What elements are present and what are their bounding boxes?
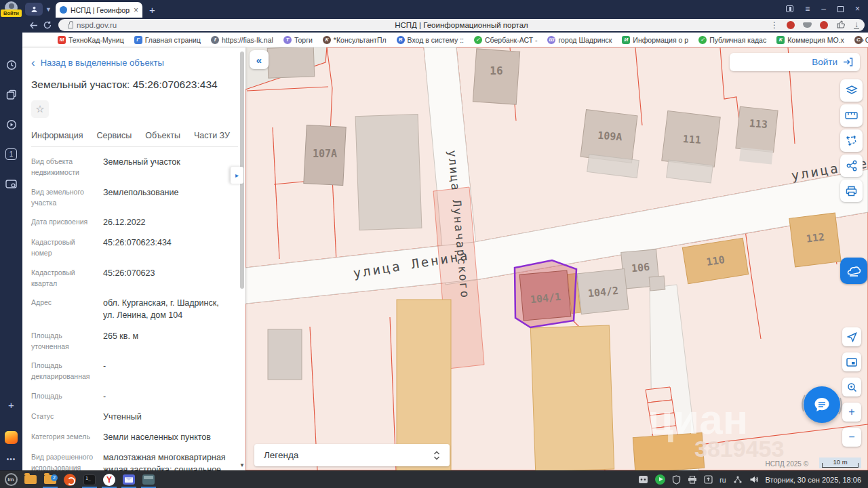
bookmark-item[interactable]: К*КонсультантПл xyxy=(323,36,387,44)
bookmark-item[interactable]: fhttps://fias-lk.nal xyxy=(211,36,273,44)
mail-app-icon[interactable] xyxy=(120,472,138,488)
locate-button[interactable] xyxy=(842,327,861,346)
search-object-button[interactable] xyxy=(842,378,861,396)
menu-button[interactable]: lm xyxy=(2,472,20,488)
window-app-icon[interactable] xyxy=(140,472,157,488)
field-row: Категория земель Земли населенных пункто… xyxy=(31,431,229,443)
alice-icon[interactable]: 1 xyxy=(5,148,18,161)
bookmark-item[interactable]: ИИнформация о р xyxy=(622,36,688,44)
taskbar-clock[interactable]: Вторник, 30 сен 2025, 18:06 xyxy=(766,476,861,484)
chevron-down-icon[interactable]: ▼ xyxy=(45,6,52,13)
lock-icon[interactable] xyxy=(68,24,73,28)
tab-favicon xyxy=(60,6,67,14)
scale-bar: 10 m xyxy=(819,458,861,468)
bookmark-item[interactable]: ✓Сбербанк-АСТ - xyxy=(474,36,538,44)
close-icon[interactable]: × xyxy=(855,4,860,14)
bookmark-favicon: Т xyxy=(283,36,292,44)
back-to-selected-link[interactable]: ‹Назад в выделенные объекты xyxy=(31,57,229,68)
panel-scrollbar[interactable] xyxy=(239,50,245,461)
favorite-star-button[interactable]: ☆ xyxy=(31,100,49,118)
kebab-menu-icon[interactable]: ⋮ xyxy=(770,20,778,30)
protect-icon[interactable] xyxy=(25,3,43,16)
print-button[interactable] xyxy=(840,180,863,202)
sidebar-login-badge[interactable]: Войти xyxy=(1,9,22,17)
panel-tab[interactable]: Информация xyxy=(31,127,83,146)
play-icon[interactable] xyxy=(5,118,18,131)
add-panel-icon[interactable]: + xyxy=(5,399,18,411)
bookmark-favicon: И xyxy=(622,36,630,44)
keyboard-layout[interactable]: ru xyxy=(719,476,726,484)
shield-icon[interactable] xyxy=(672,475,681,485)
page-title: НСПД | Геоинформационный портал xyxy=(58,21,865,29)
minimize-icon[interactable]: – xyxy=(821,4,826,14)
bookmark-item[interactable]: ККоммерция МО.х xyxy=(776,36,844,44)
files-app-icon[interactable] xyxy=(22,472,39,488)
tabs-scroll-right-button[interactable]: ▸ xyxy=(231,167,243,184)
legend-chevrons-icon xyxy=(433,450,440,461)
measure-area-button[interactable] xyxy=(840,129,863,152)
extension-icon[interactable] xyxy=(787,21,795,29)
maximize-icon[interactable] xyxy=(837,6,844,12)
app-indicator-icon[interactable] xyxy=(638,475,648,484)
panel-tab[interactable]: Части ЗУ xyxy=(194,127,230,146)
zoom-out-button[interactable]: − xyxy=(842,428,861,447)
bookmark-item[interactable]: ГГлавная страниц xyxy=(134,36,201,44)
bookmark-item[interactable]: MТехноКад-Муниц xyxy=(58,36,124,44)
legend-dropdown[interactable]: Легенда xyxy=(254,444,450,466)
object-fields: Вид объекта недвижимости Земельный участ… xyxy=(31,156,229,443)
tab-close-icon[interactable]: × xyxy=(134,6,138,14)
url-toolbar: nspd.gov.ru НСПД | Геоинформационный пор… xyxy=(22,18,868,33)
taskbar: lm 2 1_ Y ru xyxy=(0,470,868,488)
terminal-app-icon[interactable]: 1_ xyxy=(81,472,98,488)
panel-tab[interactable]: Сервисы xyxy=(97,127,132,146)
ruler-button[interactable] xyxy=(840,104,863,127)
new-tab-button[interactable]: + xyxy=(149,5,155,15)
orange-app-icon[interactable] xyxy=(61,472,79,488)
assistant-sketch-button[interactable] xyxy=(840,258,867,284)
layers-button[interactable] xyxy=(840,79,863,102)
field-row: Статус Учтенный xyxy=(31,411,229,423)
files-window-icon[interactable]: 2 xyxy=(41,472,59,488)
tab-groups-icon[interactable] xyxy=(786,5,793,12)
bookmark-item[interactable]: ТТорги xyxy=(283,36,313,44)
sidebar-more-icon[interactable]: ••• xyxy=(5,453,18,466)
bookmark-item[interactable]: ✓Публичная кадас xyxy=(698,36,766,44)
overview-map-button[interactable] xyxy=(842,352,861,371)
printer-icon[interactable] xyxy=(688,475,697,484)
download-icon[interactable]: ↓ xyxy=(854,21,859,29)
history-icon[interactable] xyxy=(5,58,18,71)
reload-icon[interactable] xyxy=(43,21,52,29)
svg-text:16: 16 xyxy=(490,64,502,77)
map-canvas[interactable]: 16 107А 109А 111 113 112 110 106 104/1 1… xyxy=(245,47,868,470)
extension-icon[interactable] xyxy=(803,22,812,28)
bookmarks-overflow-icon[interactable]: » xyxy=(859,35,864,45)
scrollbar-down-arrow[interactable]: ▼ xyxy=(239,462,245,469)
field-row: Дата присвоения 26.12.2022 xyxy=(31,216,229,228)
extension-icon[interactable] xyxy=(820,21,828,29)
browser-tab[interactable]: НСПД | Геоинформаци × xyxy=(56,2,142,18)
yandex-services-icon[interactable] xyxy=(5,431,18,444)
back-icon[interactable] xyxy=(29,22,38,29)
share-button[interactable] xyxy=(840,155,863,177)
bookmark-item[interactable]: ВВход в систему :: xyxy=(397,36,464,44)
yandex-browser-icon[interactable]: Y xyxy=(100,472,118,488)
reactions-icon[interactable] xyxy=(836,19,846,31)
bookmark-item[interactable]: Шгород Шадринск xyxy=(547,36,612,44)
volume-icon[interactable] xyxy=(749,475,759,484)
login-button[interactable]: Войти xyxy=(730,53,860,71)
update-indicator-icon[interactable] xyxy=(655,474,665,485)
browser-chrome: ▼ НСПД | Геоинформаци × + ≡ – × xyxy=(22,0,868,47)
upload-indicator-icon[interactable] xyxy=(704,475,713,484)
bookmarks-bar: MТехноКад-Муниц ГГлавная страниц fhttps:… xyxy=(22,33,868,47)
panel-tab[interactable]: Объекты xyxy=(145,127,180,146)
tabs-panel-icon[interactable] xyxy=(5,88,18,101)
panel-collapse-button[interactable]: « xyxy=(250,50,269,69)
address-bar[interactable]: nspd.gov.ru НСПД | Геоинформационный пор… xyxy=(58,19,865,31)
chat-button[interactable] xyxy=(804,386,840,423)
network-icon[interactable] xyxy=(733,475,743,484)
zoom-in-button[interactable]: + xyxy=(842,403,861,422)
svg-text:107А: 107А xyxy=(313,148,337,160)
menu-icon[interactable]: ≡ xyxy=(805,4,810,14)
screenshot-icon[interactable] xyxy=(5,178,18,190)
field-row: Площадь - xyxy=(31,390,229,403)
